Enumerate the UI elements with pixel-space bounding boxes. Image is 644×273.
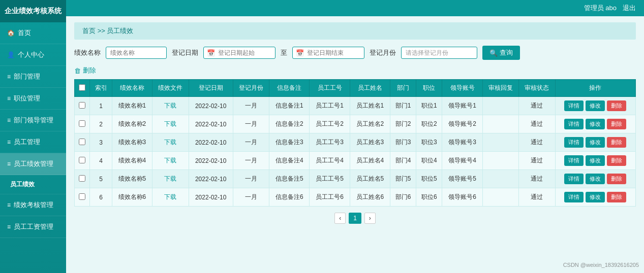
col-note: 信息备注 xyxy=(269,80,310,97)
row-checkbox-2[interactable] xyxy=(75,133,90,152)
row-note-2: 信息备注3 xyxy=(269,133,310,152)
row-date-1: 2022-02-10 xyxy=(189,115,233,133)
sidebar-item-personal[interactable]: 👤 个人中心 xyxy=(0,44,66,66)
prev-page-button[interactable]: ‹ xyxy=(334,213,346,224)
row-month-5: 一月 xyxy=(233,188,269,207)
detail-button-4[interactable]: 详情 xyxy=(564,174,584,184)
detail-button-5[interactable]: 详情 xyxy=(564,192,584,202)
pagination: ‹ 1 › xyxy=(74,213,636,224)
download-link-4[interactable]: 下载 xyxy=(164,175,176,182)
detail-button-2[interactable]: 详情 xyxy=(564,137,584,148)
table-row: 2 绩效名称2 下载 2022-02-10 一月 信息备注2 员工工号2 员工姓… xyxy=(75,115,636,133)
row-delete-button-2[interactable]: 删除 xyxy=(607,137,626,148)
row-select-4[interactable] xyxy=(79,175,85,182)
breadcrumb-separator: >> xyxy=(98,27,107,35)
row-select-3[interactable] xyxy=(79,157,85,163)
row-emp-name-0: 员工姓名1 xyxy=(350,97,390,115)
sidebar-item-position[interactable]: ≡ 职位管理 xyxy=(0,88,66,110)
row-note-4: 信息备注5 xyxy=(269,170,310,188)
row-delete-button-0[interactable]: 删除 xyxy=(607,100,626,111)
row-checkbox-0[interactable] xyxy=(75,97,90,115)
sidebar-item-perf-audit[interactable]: ≡ 绩效考核管理 xyxy=(0,194,66,216)
row-file-1[interactable]: 下载 xyxy=(152,115,189,133)
row-delete-button-5[interactable]: 删除 xyxy=(607,192,626,202)
row-checkbox-1[interactable] xyxy=(75,115,90,133)
row-file-3[interactable]: 下载 xyxy=(152,152,189,170)
download-link-0[interactable]: 下载 xyxy=(164,102,176,109)
table-row: 4 绩效名称4 下载 2022-02-10 一月 信息备注4 员工工号4 员工姓… xyxy=(75,152,636,170)
sidebar-item-dept-leader[interactable]: ≡ 部门领导管理 xyxy=(0,110,66,131)
download-link-5[interactable]: 下载 xyxy=(164,193,176,200)
row-emp-no-2: 员工工号3 xyxy=(310,133,350,152)
row-name-4: 绩效名称5 xyxy=(112,170,152,188)
date-end-input[interactable] xyxy=(305,47,361,58)
row-index-2: 3 xyxy=(90,133,112,152)
detail-button-0[interactable]: 详情 xyxy=(564,100,584,111)
edit-button-2[interactable]: 修改 xyxy=(586,137,605,148)
row-dept-3: 部门4 xyxy=(390,152,416,170)
sidebar-item-perf-mgmt[interactable]: ≡ 员工绩效管理 xyxy=(0,153,66,175)
topbar: 管理员 abo 退出 xyxy=(66,0,644,16)
download-link-3[interactable]: 下载 xyxy=(164,157,176,164)
row-select-5[interactable] xyxy=(79,193,85,200)
edit-button-1[interactable]: 修改 xyxy=(586,119,605,129)
position-icon: ≡ xyxy=(7,95,11,102)
edit-button-5[interactable]: 修改 xyxy=(586,192,605,202)
row-month-0: 一月 xyxy=(233,97,269,115)
row-checkbox-5[interactable] xyxy=(75,188,90,207)
calendar-start-icon: 📅 xyxy=(207,49,215,57)
row-name-2: 绩效名称3 xyxy=(112,133,152,152)
detail-button-1[interactable]: 详情 xyxy=(564,119,584,129)
search-button[interactable]: 🔍 查询 xyxy=(482,46,520,60)
table-body: 1 绩效名称1 下载 2022-02-10 一月 信息备注1 员工工号1 员工姓… xyxy=(75,97,636,207)
col-position: 职位 xyxy=(416,80,442,97)
row-select-2[interactable] xyxy=(79,139,85,145)
sidebar-item-employee[interactable]: ≡ 员工管理 xyxy=(0,131,66,153)
row-delete-button-1[interactable]: 删除 xyxy=(607,119,626,129)
main-content: 管理员 abo 退出 首页 >> 员工绩效 绩效名称 登记日期 📅 至 📅 登记 xyxy=(66,0,644,273)
row-position-3: 职位4 xyxy=(416,152,442,170)
row-index-4: 5 xyxy=(90,170,112,188)
date-label: 登记日期 xyxy=(172,48,198,57)
col-file: 绩效文件 xyxy=(152,80,189,97)
row-index-3: 4 xyxy=(90,152,112,170)
row-select-0[interactable] xyxy=(79,102,85,109)
row-name-1: 绩效名称2 xyxy=(112,115,152,133)
row-position-5: 职位6 xyxy=(416,188,442,207)
batch-delete-button[interactable]: 🗑 删除 xyxy=(74,66,96,75)
perf-name-input[interactable] xyxy=(106,47,167,59)
sidebar-item-perf-sub[interactable]: 员工绩效 xyxy=(0,175,66,194)
detail-button-3[interactable]: 详情 xyxy=(564,155,584,166)
download-link-1[interactable]: 下载 xyxy=(164,120,176,127)
date-start-input[interactable] xyxy=(216,47,272,58)
row-checkbox-4[interactable] xyxy=(75,170,90,188)
row-checkbox-3[interactable] xyxy=(75,152,90,170)
sidebar-item-home[interactable]: 🏠 首页 xyxy=(0,22,66,44)
row-select-1[interactable] xyxy=(79,120,85,127)
row-file-4[interactable]: 下载 xyxy=(152,170,189,188)
logout-button[interactable]: 退出 xyxy=(623,4,636,13)
page-1-button[interactable]: 1 xyxy=(349,213,361,224)
table-row: 6 绩效名称6 下载 2022-02-10 一月 信息备注6 员工工号6 员工姓… xyxy=(75,188,636,207)
breadcrumb: 首页 >> 员工绩效 xyxy=(74,22,636,40)
sidebar-item-dept[interactable]: ≡ 部门管理 xyxy=(0,66,66,88)
breadcrumb-home[interactable]: 首页 xyxy=(82,27,96,35)
data-table: 索引 绩效名称 绩效文件 登记日期 登记月份 信息备注 员工工号 员工姓名 部门… xyxy=(74,79,636,207)
row-file-0[interactable]: 下载 xyxy=(152,97,189,115)
sidebar-item-salary[interactable]: ≡ 员工工资管理 xyxy=(0,216,66,238)
month-select[interactable]: 请选择登记月份 一月 二月 三月 xyxy=(401,47,477,59)
row-emp-name-4: 员工姓名5 xyxy=(350,170,390,188)
row-month-2: 一月 xyxy=(233,133,269,152)
download-link-2[interactable]: 下载 xyxy=(164,139,176,146)
edit-button-3[interactable]: 修改 xyxy=(586,155,605,166)
edit-button-4[interactable]: 修改 xyxy=(586,174,605,184)
row-delete-button-3[interactable]: 删除 xyxy=(607,155,626,166)
next-page-button[interactable]: › xyxy=(364,213,376,224)
select-all-checkbox[interactable] xyxy=(79,84,85,91)
row-file-2[interactable]: 下载 xyxy=(152,133,189,152)
edit-button-0[interactable]: 修改 xyxy=(586,100,605,111)
row-delete-button-4[interactable]: 删除 xyxy=(607,174,626,184)
row-file-5[interactable]: 下载 xyxy=(152,188,189,207)
calendar-end-icon: 📅 xyxy=(296,49,304,57)
employee-icon: ≡ xyxy=(7,139,11,146)
